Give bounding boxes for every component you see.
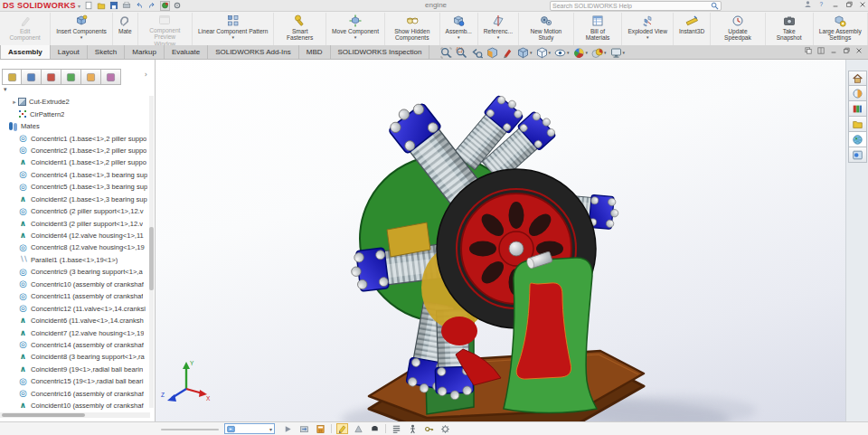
panel-collapse-chevron[interactable]: › <box>145 71 147 79</box>
display-style-button[interactable]: ▾ <box>536 47 552 59</box>
cascade-button[interactable] <box>805 47 812 56</box>
tree-item-coincident1[interactable]: Coincident1 (1.base<1>,2 piller suppo <box>0 156 149 168</box>
zoom-to-fit-button[interactable] <box>440 47 452 59</box>
tree-item-coincident3[interactable]: Coincident3 (2 piller support<1>,12.v <box>0 217 149 229</box>
autokey-button[interactable] <box>353 423 364 434</box>
timeline-zoom-slider[interactable] <box>161 429 219 430</box>
graphics-viewport[interactable]: Y X Z <box>156 60 845 421</box>
insert-components-button[interactable]: Insert Components▾ <box>51 13 113 45</box>
tree-item-concentric6[interactable]: Concentric6 (2 piller support<1>,12.v <box>0 205 149 217</box>
assemb-button[interactable]: Assemb...▾ <box>440 13 478 45</box>
panel-tab-featuremanager[interactable] <box>2 69 22 85</box>
tree-item-coincident8[interactable]: Coincident8 (3 bearing support<1>,ra <box>0 351 149 363</box>
tree-item-coincident4[interactable]: Coincident4 (12.valve housing<1>,11 <box>0 230 149 241</box>
tree-item-concentric10[interactable]: Concentric10 (assembly of crankshaf <box>0 279 149 290</box>
dropdown-caret-icon[interactable]: ▾ <box>586 50 589 55</box>
tree-item-concentric16[interactable]: Concentric16 (assembly of crankshaf <box>0 388 149 400</box>
minimize-button[interactable] <box>832 0 839 12</box>
expander-icon[interactable]: ▸ <box>11 99 18 106</box>
tab-assembly[interactable]: Assembly <box>0 45 51 59</box>
tree-item-concentric2[interactable]: Concentric2 (1.base<1>,2 piller suppo <box>0 145 149 156</box>
tree-item-cut-extrude2[interactable]: ▸Cut-Extrude2 <box>0 96 149 108</box>
dropdown-caret-icon[interactable]: ▾ <box>497 35 500 40</box>
close-button[interactable] <box>855 47 863 56</box>
print-icon[interactable] <box>122 1 132 11</box>
figure-button[interactable] <box>407 423 419 434</box>
minimize-button[interactable] <box>830 47 837 56</box>
dropdown-caret-icon[interactable]: ▾ <box>530 50 533 55</box>
play-arrow-button[interactable] <box>282 423 294 434</box>
tree-item-concentric8[interactable]: Concentric8 (12.valve housing<1>,19 <box>0 241 149 253</box>
tree-item-concentric4[interactable]: Concentric4 (1.base<1>,3 bearing sup <box>0 169 149 181</box>
edit-appearance-button[interactable]: ▾ <box>573 47 589 59</box>
taskpane-view-palette-button[interactable] <box>848 132 867 147</box>
tree-item-concentric12[interactable]: Concentric12 (11.valve<1>,14.cranksl <box>0 302 149 314</box>
tab-evaluate[interactable]: Evaluate <box>165 45 208 59</box>
instant3d-button[interactable]: Instant3D <box>674 13 711 45</box>
tree-item-concentric14[interactable]: Concentric14 (assembly of crankshaf <box>0 339 149 351</box>
dropdown-caret-icon[interactable]: ▾ <box>646 35 649 40</box>
zoom-to-area-button[interactable] <box>456 47 467 59</box>
undo-icon[interactable] <box>135 1 145 11</box>
restore-button[interactable] <box>843 47 850 56</box>
close-button[interactable] <box>859 0 866 12</box>
new-motion-study-button[interactable]: New Motion Study <box>519 13 574 45</box>
dropdown-caret-icon[interactable]: ▾ <box>604 50 607 55</box>
mate-button[interactable]: Mate <box>113 13 138 45</box>
tree-item-coincident2[interactable]: Coincident2 (1.base<1>,3 bearing sup <box>0 194 149 205</box>
play-button[interactable] <box>369 423 381 434</box>
dropdown-caret-icon[interactable]: ▾ <box>80 35 83 40</box>
dropdown-caret-icon[interactable]: ▾ <box>623 50 626 55</box>
open-icon[interactable] <box>97 1 107 11</box>
bill-of-materials-button[interactable]: Bill of Materials <box>574 13 623 45</box>
panel-tab-dimxpert[interactable] <box>61 69 81 85</box>
tree-vertical-scrollbar[interactable] <box>149 96 154 408</box>
tree-item-mates[interactable]: Mates <box>0 120 149 132</box>
dynamic-annotation-button[interactable] <box>502 47 514 59</box>
engine-stand[interactable] <box>504 251 597 413</box>
previous-view-button[interactable] <box>471 47 483 59</box>
help-search-box[interactable]: Search SOLIDWORKS Help <box>550 1 722 11</box>
panel-tab-configurationmanager[interactable] <box>42 69 61 85</box>
taskpane-solidworks-resources-button[interactable] <box>848 86 867 101</box>
logo-caret-icon[interactable]: ▾ <box>78 3 80 9</box>
tree-item-concentric5[interactable]: Concentric5 (1.base<1>,3 bearing sup <box>0 181 149 193</box>
options-icon[interactable] <box>173 1 183 11</box>
scrollbar-thumb[interactable] <box>2 413 85 417</box>
save-icon[interactable] <box>109 1 119 11</box>
tree-item-cirpattern2[interactable]: CirPattern2 <box>0 108 149 119</box>
dropdown-caret-icon[interactable]: ▾ <box>567 50 570 55</box>
view-settings-button[interactable]: ▾ <box>610 47 626 59</box>
tab-markup[interactable]: Markup <box>125 45 165 59</box>
results-button[interactable] <box>391 423 402 434</box>
motion-study-type-select[interactable]: ▾ <box>224 423 275 434</box>
calculator-button[interactable] <box>315 423 326 434</box>
hide-show-items-button[interactable]: ▾ <box>554 47 570 59</box>
move-component-button[interactable]: Move Component▾ <box>326 13 385 45</box>
large-assembly-settings-button[interactable]: Large Assembly Settings <box>814 13 868 45</box>
tree-item-concentric1[interactable]: Concentric1 (1.base<1>,2 piller suppo <box>0 132 149 144</box>
exploded-view-button[interactable]: Exploded View▾ <box>622 13 674 45</box>
user-icon[interactable] <box>804 0 812 12</box>
view-orientation-button[interactable]: ▾ <box>517 47 533 59</box>
panel-tab-propertymanager[interactable] <box>22 69 42 85</box>
smart-fasteners-button[interactable]: Smart Fasteners <box>274 13 326 45</box>
gear-button[interactable] <box>439 423 451 434</box>
tree-item-concentric11[interactable]: Concentric11 (assembly of crankshaf <box>0 290 149 302</box>
section-view-button[interactable] <box>486 47 498 59</box>
new-icon[interactable] <box>84 1 94 11</box>
taskpane-appearances-button[interactable] <box>848 147 867 163</box>
show-hidden-components-button[interactable]: Show Hidden Components <box>385 13 440 45</box>
export-animation-button[interactable] <box>298 423 310 434</box>
tree-item-concentric15[interactable]: Concentric15 (19<1>,radial ball beari <box>0 375 149 387</box>
help-icon[interactable]: ? <box>818 0 826 12</box>
taskpane-file-explorer-button[interactable] <box>848 117 867 132</box>
redo-icon[interactable] <box>147 1 157 11</box>
tree-item-concentric9[interactable]: Concentric9 (3 bearing support<1>,a <box>0 266 149 278</box>
dropdown-caret-icon[interactable]: ▾ <box>458 35 460 40</box>
dropdown-caret-icon[interactable]: ▾ <box>354 35 357 40</box>
referenc-button[interactable]: Referenc...▾ <box>478 13 519 45</box>
panel-tab-markup-manager[interactable] <box>101 69 121 85</box>
dropdown-caret-icon[interactable]: ▾ <box>549 50 552 55</box>
take-snapshot-button[interactable]: Take Snapshot <box>766 13 814 45</box>
